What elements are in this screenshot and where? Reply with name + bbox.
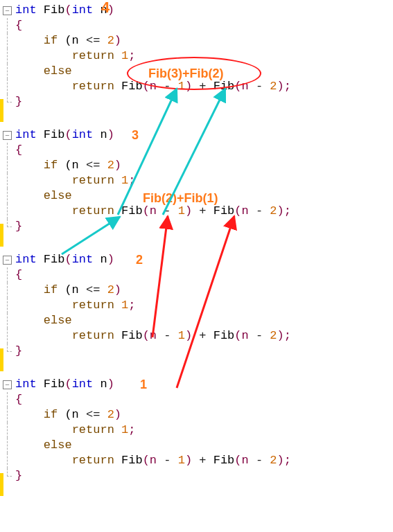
code-block-3: − int Fib(int n) { if (n <= 2) return 1;… (0, 252, 291, 359)
code-line: if (n <= 2) (15, 407, 121, 423)
code-line: else (15, 64, 72, 79)
code-line: int Fib(int n) (15, 252, 114, 267)
change-marker (0, 99, 3, 122)
ellipse-annotation (127, 57, 261, 90)
code-line: return Fib(n - 1) + Fib(n - 2); (15, 328, 291, 344)
fold-toggle-icon[interactable]: − (3, 256, 12, 265)
change-marker (0, 473, 3, 496)
code-line: { (15, 392, 22, 407)
code-line: } (15, 94, 22, 109)
code-line: else (15, 313, 72, 328)
code-diagram: − int Fib(int n) { if (n <= 2) return 1;… (0, 0, 393, 532)
code-line: if (n <= 2) (15, 283, 121, 298)
code-block-1: − int Fib(int n) { if (n <= 2) return 1;… (0, 3, 291, 109)
annotation-n4: 4 (101, 0, 110, 15)
code-line: { (15, 267, 22, 283)
code-block-4: − int Fib(int n) { if (n <= 2) return 1;… (0, 377, 291, 484)
code-line: int Fib(int n) (15, 377, 114, 392)
annotation-n3: 3 (132, 127, 139, 143)
code-line: return 1; (15, 48, 135, 64)
change-marker (0, 224, 3, 247)
code-block-2: − int Fib(int n) { if (n <= 2) return 1;… (0, 127, 291, 234)
code-line: else (15, 188, 72, 204)
code-line: return Fib(n - 1) + Fib(n - 2); (15, 204, 291, 219)
code-line: return Fib(n - 1) + Fib(n - 2); (15, 453, 291, 468)
annotation-n2: 2 (136, 252, 143, 267)
code-line: return 1; (15, 173, 135, 188)
code-line: int Fib(int n) (15, 3, 114, 18)
annotation-n1: 1 (140, 377, 147, 392)
fold-toggle-icon[interactable]: − (3, 131, 12, 140)
annotation-fib21: Fib(2)+Fib(1) (143, 190, 218, 206)
code-line: if (n <= 2) (15, 158, 121, 173)
code-line: } (15, 468, 22, 484)
code-line: return 1; (15, 298, 135, 313)
code-line: if (n <= 2) (15, 33, 121, 48)
fold-toggle-icon[interactable]: − (3, 380, 12, 389)
code-line: { (15, 143, 22, 158)
fold-toggle-icon[interactable]: − (3, 6, 12, 15)
code-line: return 1; (15, 423, 135, 438)
code-line: } (15, 344, 22, 359)
code-line: } (15, 219, 22, 234)
code-line: else (15, 438, 72, 453)
code-line: int Fib(int n) (15, 127, 114, 143)
change-marker (0, 348, 3, 371)
code-line: { (15, 18, 22, 33)
